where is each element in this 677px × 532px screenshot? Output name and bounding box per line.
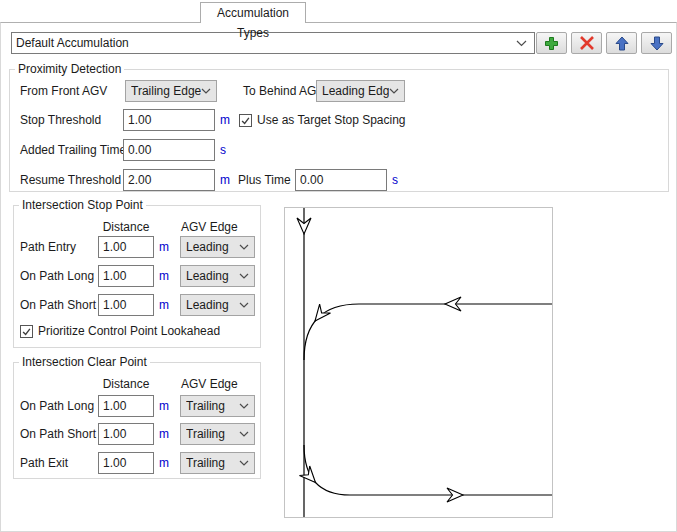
checkbox-box [20,325,33,338]
intersection-stop-point-group: Intersection Stop Point Distance AGV Edg… [13,205,261,348]
bottom-diverge-path-line [304,445,552,495]
path-exit-distance-input[interactable] [98,452,154,474]
chevron-down-icon [239,244,249,250]
added-trailing-time-label: Added Trailing Time [20,139,126,161]
chevron-down-icon [239,273,249,279]
on-path-short-clear-agv-edge-select[interactable]: Trailing [180,423,255,445]
move-down-button[interactable] [641,32,672,54]
chevron-down-icon [239,460,249,466]
on-path-long-clear-agv-edge-select[interactable]: Trailing [180,395,255,417]
agv-path-diagram [285,208,552,517]
row-label: On Path Short [20,294,96,316]
chevron-down-icon [389,88,399,94]
on-path-short-clear-distance-input[interactable] [98,423,154,445]
row-label: On Path Long [20,395,94,417]
chevron-down-icon [516,40,527,47]
agv-edge-value: Trailing [186,427,239,441]
agv-edge-column-header: AGV Edge [181,220,238,234]
move-up-button[interactable] [606,32,637,54]
from-front-agv-value: Trailing Edge [131,84,201,98]
group-title: Proximity Detection [15,62,124,76]
plus-icon [544,36,559,51]
on-path-long-distance-input[interactable] [98,265,154,287]
proximity-detection-group: Proximity Detection From Front AGV Trail… [9,69,669,192]
accumulation-toolbar [536,32,672,54]
stop-threshold-unit: m [220,109,230,131]
from-front-agv-label: From Front AGV [20,80,107,102]
plus-time-unit: s [392,169,398,191]
top-merge-path-line [304,304,552,360]
use-as-target-stop-spacing-label: Use as Target Stop Spacing [257,113,406,127]
merge-curve-arrow-icon [310,304,331,325]
row-unit: m [159,452,169,474]
tab-page: Default Accumulation Proximity Detection… [0,22,677,532]
on-path-long-clear-distance-input[interactable] [98,395,154,417]
to-behind-agv-label: To Behind AGV [243,80,324,102]
prioritize-lookahead-label: Prioritize Control Point Lookahead [38,324,220,338]
plus-time-label: Plus Time [238,169,291,191]
agv-edge-value: Trailing [186,456,239,470]
resume-threshold-input[interactable] [123,169,215,191]
red-x-icon [580,36,594,50]
agv-edge-column-header: AGV Edge [181,377,238,391]
delete-accumulation-button[interactable] [571,32,602,54]
from-front-agv-select[interactable]: Trailing Edge [125,80,217,102]
row-unit: m [159,294,169,316]
chevron-down-icon [239,302,249,308]
row-unit: m [159,236,169,258]
accumulation-combobox[interactable]: Default Accumulation [11,32,535,54]
path-entry-distance-input[interactable] [98,236,154,258]
stop-threshold-input[interactable] [123,109,215,131]
row-label: On Path Short [20,423,96,445]
distance-column-header: Distance [98,220,154,234]
group-title: Intersection Stop Point [19,198,146,212]
group-title: Intersection Clear Point [19,355,150,369]
plus-time-input[interactable] [295,169,387,191]
resume-threshold-label: Resume Threshold [20,169,121,191]
chevron-down-icon [201,88,211,94]
on-path-short-distance-input[interactable] [98,294,154,316]
path-entry-agv-edge-select[interactable]: Leading [180,236,255,258]
agv-edge-value: Leading [186,240,239,254]
on-path-short-agv-edge-select[interactable]: Leading [180,294,255,316]
to-behind-agv-value: Leading Edge [322,84,389,98]
distance-column-header: Distance [98,377,154,391]
on-path-long-agv-edge-select[interactable]: Leading [180,265,255,287]
agv-edge-value: Leading [186,298,239,312]
checkmark-icon [21,326,32,337]
added-trailing-time-input[interactable] [123,139,215,161]
row-unit: m [159,423,169,445]
add-accumulation-button[interactable] [536,32,567,54]
agv-edge-value: Leading [186,269,239,283]
checkmark-icon [240,115,251,126]
arrow-down-icon [650,36,664,51]
intersection-clear-point-group: Intersection Clear Point Distance AGV Ed… [13,362,261,479]
arrow-up-icon [615,36,629,51]
row-label: Path Entry [20,236,76,258]
row-unit: m [159,265,169,287]
tab-accumulation-types[interactable]: Accumulation Types [200,2,306,23]
row-label: Path Exit [20,452,68,474]
chevron-down-icon [239,431,249,437]
use-as-target-stop-spacing-checkbox[interactable]: Use as Target Stop Spacing [239,109,406,131]
stop-threshold-label: Stop Threshold [20,109,101,131]
path-diagram-panel [284,207,553,518]
path-exit-agv-edge-select[interactable]: Trailing [180,452,255,474]
added-trailing-time-unit: s [220,139,226,161]
agv-edge-value: Trailing [186,399,239,413]
checkbox-box [239,114,252,127]
prioritize-lookahead-checkbox[interactable]: Prioritize Control Point Lookahead [20,320,220,342]
row-unit: m [159,395,169,417]
row-label: On Path Long [20,265,94,287]
resume-threshold-unit: m [220,169,230,191]
chevron-down-icon [239,403,249,409]
to-behind-agv-select[interactable]: Leading Edge [316,80,405,102]
